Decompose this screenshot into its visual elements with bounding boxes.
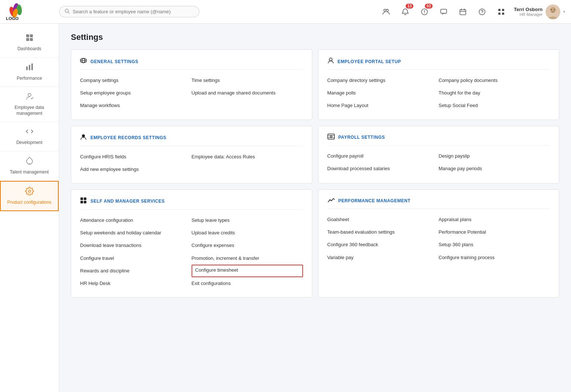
calendar-icon-button[interactable] [456, 5, 469, 18]
employee-portal-icon [327, 57, 334, 66]
link-employee-access-rules[interactable]: Employee data: Access Rules [192, 151, 303, 163]
svg-point-40 [82, 134, 85, 137]
performance-mgmt-icon [327, 197, 335, 205]
svg-line-6 [68, 12, 70, 14]
link-appraisal-plans[interactable]: Appraisal plans [438, 213, 550, 226]
link-configure-payroll[interactable]: Configure payroll [327, 150, 439, 162]
link-exit-configurations[interactable]: Exit configurations [192, 277, 303, 290]
employee-records-title: EMPLOYEE RECORDS SETTINGS [90, 135, 166, 140]
user-name: Terri Osborn [514, 7, 543, 12]
employee-records-icon [80, 134, 87, 142]
avatar [546, 4, 560, 19]
sidebar-item-label: Employee data management [3, 105, 56, 116]
link-configure-expenses[interactable]: Configure expenses [192, 239, 303, 252]
link-configure-hris[interactable]: Configure HRIS fields [80, 151, 192, 163]
link-upload-shared-docs[interactable]: Upload and manage shared documents [192, 87, 303, 99]
link-variable-pay[interactable]: Variable pay [327, 251, 439, 264]
search-bar[interactable] [59, 6, 199, 17]
link-company-directory[interactable]: Company directory settings [327, 74, 439, 87]
sidebar-item-employee-data[interactable]: Employee data management [0, 87, 59, 122]
svg-rect-45 [80, 197, 83, 200]
svg-rect-33 [31, 63, 33, 70]
self-manager-icon [80, 197, 87, 206]
notifications-button[interactable]: 13 [399, 5, 412, 18]
sidebar-item-performance[interactable]: Performance [0, 58, 59, 87]
sidebar-item-dashboards[interactable]: Dashboards [0, 28, 59, 58]
page-title: Settings [71, 32, 559, 42]
link-promotion-increment[interactable]: Promotion, increment & transfer [192, 252, 303, 265]
svg-rect-20 [502, 9, 504, 11]
link-rewards-discipline[interactable]: Rewards and discipline [80, 265, 192, 277]
link-manage-pay-periods[interactable]: Manage pay periods [438, 162, 550, 175]
link-download-salaries[interactable]: Download processed salaries [327, 162, 439, 175]
general-settings-title: GENERAL SETTINGS [90, 59, 138, 64]
layout: Dashboards Performance Employee data [0, 24, 571, 392]
svg-rect-28 [30, 34, 33, 37]
sidebar: Dashboards Performance Employee data [0, 24, 59, 392]
link-hr-help-desk[interactable]: HR Help Desk [80, 277, 192, 290]
link-configure-360[interactable]: Configure 360 feedback [327, 238, 439, 251]
svg-rect-47 [80, 201, 83, 203]
link-home-page-layout[interactable]: Home Page Layout [327, 99, 439, 112]
link-configure-travel[interactable]: Configure travel [80, 252, 192, 265]
link-attendance-config[interactable]: Attendance configuration [80, 214, 192, 227]
self-manager-links: Attendance configuration Setup leave typ… [80, 214, 303, 290]
user-role: HR Manager [514, 12, 543, 17]
link-company-policy[interactable]: Company policy documents [438, 74, 550, 87]
chevron-down-icon: ▾ [563, 10, 565, 14]
link-setup-employee-groups[interactable]: Setup employee groups [80, 87, 192, 99]
link-setup-leave-types[interactable]: Setup leave types [192, 214, 303, 227]
sidebar-item-development[interactable]: Development [0, 122, 59, 151]
link-time-settings[interactable]: Time settings [192, 74, 303, 87]
svg-rect-31 [26, 66, 28, 70]
settings-grid: GENERAL SETTINGS Company settings Time s… [71, 49, 559, 298]
apps-icon-button[interactable] [495, 5, 508, 18]
performance-mgmt-links: Goalsheet Appraisal plans Team-based eva… [327, 213, 550, 264]
general-settings-icon [80, 57, 87, 66]
svg-rect-30 [30, 38, 33, 41]
link-manage-workflows[interactable]: Manage workflows [80, 99, 192, 112]
link-configure-timesheet[interactable]: Configure timesheet [192, 265, 303, 277]
alerts-button[interactable]: 03 [418, 5, 431, 18]
link-company-settings[interactable]: Company settings [80, 74, 192, 87]
link-setup-social-feed[interactable]: Setup Social Feed [438, 99, 550, 112]
link-download-leave-txn[interactable]: Download leave transactions [80, 239, 192, 252]
link-design-payslip[interactable]: Design payslip [438, 150, 550, 162]
link-performance-potential[interactable]: Performance Potential [438, 226, 550, 238]
svg-point-42 [330, 135, 332, 137]
link-goalsheet[interactable]: Goalsheet [327, 213, 439, 226]
card-header: EMPLOYEE RECORDS SETTINGS [80, 134, 303, 146]
dashboard-icon [25, 33, 34, 44]
chat-icon-button[interactable] [437, 5, 450, 18]
card-header: SELF AND MANAGER SERVICES [80, 197, 303, 210]
sidebar-item-label: Talent management [10, 169, 49, 175]
employee-portal-title: EMPLOYEE PORTAL SETUP [338, 59, 401, 64]
notifications-badge: 13 [406, 4, 413, 8]
people-icon-button[interactable] [379, 5, 393, 18]
link-manage-polls[interactable]: Manage polls [327, 87, 439, 99]
svg-rect-22 [502, 13, 504, 15]
svg-rect-19 [498, 9, 501, 11]
header-actions: 13 03 [379, 4, 565, 19]
svg-point-26 [554, 9, 555, 10]
sidebar-item-product-config[interactable]: Product configurations [0, 181, 59, 212]
employee-data-icon [25, 92, 34, 103]
search-icon [65, 8, 70, 15]
link-setup-360-plans[interactable]: Setup 360 plans [438, 238, 550, 251]
performance-mgmt-title: PERFORMANCE MANAGEMENT [338, 198, 411, 203]
link-configure-training[interactable]: Configure training process [438, 251, 550, 264]
link-team-eval-settings[interactable]: Team-based evaluation settings [327, 226, 439, 238]
development-icon [25, 127, 34, 138]
link-setup-weekends[interactable]: Setup weekends and holiday calendar [80, 227, 192, 239]
user-menu[interactable]: Terri Osborn HR Manager ▾ [514, 4, 565, 19]
link-upload-leave-credits[interactable]: Upload leave credits [192, 227, 303, 239]
link-add-employee-settings[interactable]: Add new employee settings [80, 163, 192, 176]
sidebar-item-talent[interactable]: Talent management [0, 151, 59, 181]
employee-records-links: Configure HRIS fields Employee data: Acc… [80, 151, 303, 176]
svg-rect-21 [498, 13, 501, 15]
link-thought-for-day[interactable]: Thought for the day [438, 87, 550, 99]
search-input[interactable] [73, 9, 194, 14]
payroll-links: Configure payroll Design payslip Downloa… [327, 150, 550, 175]
svg-rect-41 [328, 134, 334, 139]
help-icon-button[interactable] [475, 5, 489, 18]
